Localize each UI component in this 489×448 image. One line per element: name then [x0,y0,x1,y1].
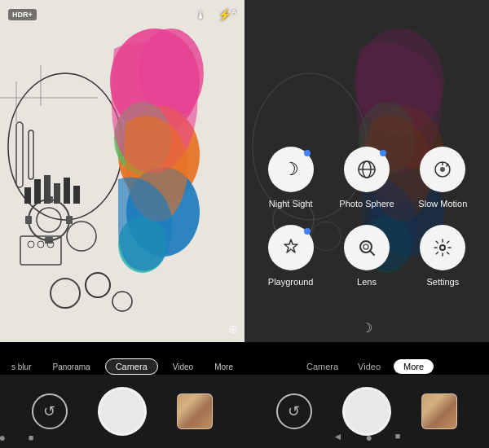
playground-icon-circle [268,225,314,270]
mode-more[interactable]: More [208,359,240,375]
gallery-thumbnail[interactable] [177,393,213,429]
slow-motion-label: Slow Motion [418,199,467,209]
svg-rect-18 [54,183,60,204]
lens-icon-circle [344,225,390,270]
hdr-badge[interactable]: HDR+ [8,9,37,20]
shutter-button[interactable] [98,387,147,436]
settings-menu-item[interactable]: Settings [413,225,473,287]
zoom-icon[interactable]: ⊕ [228,323,238,336]
night-sight-label: Night Sight [269,199,313,209]
mode-video[interactable]: Video [166,359,200,375]
svg-rect-12 [45,237,53,244]
playground-badge [304,228,311,235]
lens-icon [357,238,377,257]
camera-viewfinder-left: ⊕ [0,0,244,342]
night-sight-icon: ☽ [283,159,299,180]
mode-panorama[interactable]: Panorama [46,359,96,375]
playground-icon [281,238,301,257]
playground-menu-item[interactable]: Playground [261,225,320,287]
settings-icon-circle [420,225,465,270]
flip-camera-icon: ↺ [43,402,55,420]
mode-more-active[interactable]: More [394,359,434,374]
night-sight-badge [304,150,311,156]
svg-rect-20 [73,186,80,204]
mode-bar-left: s blur Panorama Camera Video More [0,358,244,375]
mode-video-right[interactable]: Video [351,358,387,375]
home-button-right[interactable]: ● [365,431,372,444]
left-camera-panel: ⊕ HDR+ 🌡 ⚡A s blur Panorama Camera Video… [0,0,244,448]
camera-controls-left: ↺ ◄ ● ■ [0,375,244,448]
photo-sphere-icon [357,160,377,179]
svg-line-50 [370,251,374,255]
camera-controls-right: ↺ ◄ ● ■ [244,375,489,448]
lens-label: Lens [357,277,377,287]
svg-point-52 [440,245,445,250]
slow-motion-icon [433,160,452,179]
flash-icon[interactable]: ⚡A [218,8,236,21]
mode-camera-right[interactable]: Camera [300,358,345,375]
status-bar-left: HDR+ 🌡 ⚡A [0,0,244,29]
more-menu: ☽ Night Sight Photo Sphere [261,147,473,287]
svg-rect-14 [66,216,73,224]
mode-camera-active[interactable]: Camera [105,358,158,375]
svg-point-46 [440,167,445,172]
gallery-thumbnail-right[interactable] [421,393,457,429]
settings-label: Settings [426,277,459,287]
settings-icon [433,238,452,257]
slow-motion-icon-circle [420,147,465,192]
svg-rect-17 [44,175,51,204]
recents-button-right[interactable]: ■ [395,431,401,444]
back-button-right[interactable]: ◄ [333,431,342,444]
more-indicator-icon: ☽ [361,320,372,336]
svg-rect-15 [24,187,31,204]
photo-sphere-menu-item[interactable]: Photo Sphere [337,147,396,209]
right-camera-panel: ☽ ☽ Night Sight Photo Sphere [244,0,489,448]
photo-sphere-icon-circle [344,147,390,192]
svg-line-48 [447,164,449,167]
lens-menu-item[interactable]: Lens [337,225,396,287]
flip-camera-button-right[interactable]: ↺ [276,393,312,429]
mode-bar-right: Camera Video More [244,358,489,375]
night-sight-menu-item[interactable]: ☽ Night Sight [261,147,320,209]
flip-camera-button[interactable]: ↺ [32,393,68,429]
night-sight-icon-circle: ☽ [268,147,314,192]
temperature-icon[interactable]: 🌡 [196,9,206,21]
shutter-button-right[interactable] [342,387,391,436]
svg-rect-19 [64,178,70,204]
svg-rect-13 [25,216,32,224]
sys-nav-right: ◄ ● ■ [244,431,489,444]
photo-sphere-badge [380,150,386,156]
photo-sphere-label: Photo Sphere [339,199,394,209]
flip-camera-icon-right: ↺ [288,402,300,420]
slow-motion-menu-item[interactable]: Slow Motion [413,147,473,209]
playground-label: Playground [268,277,314,287]
recents-button-left[interactable]: ■ [29,433,34,442]
mode-s-blur[interactable]: s blur [5,359,37,375]
svg-rect-16 [34,179,41,204]
sys-nav-left: ◄ ● ■ [0,431,122,444]
home-button-left[interactable]: ● [0,431,6,444]
svg-point-51 [363,244,368,249]
